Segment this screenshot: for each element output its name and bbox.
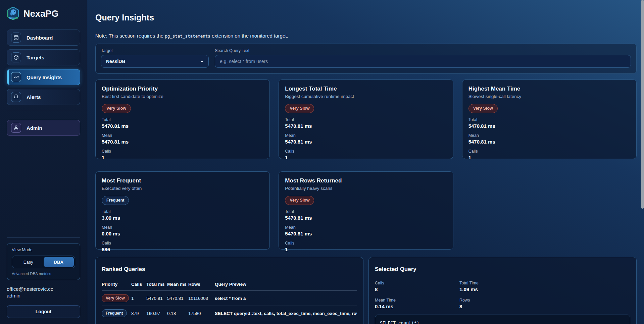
stat-label: Total <box>102 209 263 214</box>
view-mode-toggle: Easy DBA <box>12 256 75 268</box>
sidebar-item-dashboard[interactable]: Dashboard <box>7 30 80 46</box>
trend-chart-icon <box>11 72 21 82</box>
card-most-rows-returned: Most Rows Returned Potentially heavy sca… <box>279 171 453 250</box>
stat-label: Total <box>285 117 447 122</box>
stat-value: 1 <box>285 247 447 252</box>
priority-badge: Frequent <box>102 309 127 317</box>
stat-value: 8 <box>459 304 630 309</box>
stat-value: 5470.81 ms <box>285 123 447 129</box>
page-title: Query Insights <box>95 13 637 22</box>
stat-label: Calls <box>375 281 459 285</box>
bottom-panels: Ranked Queries Priority Calls Total ms M… <box>95 257 637 324</box>
table-row[interactable]: Very Slow 1 5470.81 5470.81 10116003 sel… <box>102 291 357 306</box>
sidebar-item-label: Alerts <box>27 94 41 100</box>
stat-label: Mean <box>102 225 263 230</box>
card-title: Most Frequent <box>102 177 263 184</box>
stat-label: Rows <box>459 298 630 303</box>
table-row[interactable]: Frequent 879 160.97 0.18 17580 SELECT qu… <box>102 306 357 321</box>
card-subtitle: Biggest cumulative runtime impact <box>285 94 447 99</box>
sidebar-item-alerts[interactable]: Alerts <box>7 89 80 105</box>
cell-calls: 1 <box>131 291 146 306</box>
card-title: Highest Mean Time <box>468 86 630 92</box>
stat-value: 5470.81 ms <box>285 215 447 221</box>
database-icon <box>11 33 21 43</box>
user-info: office@nesterovic.cc admin <box>7 286 80 299</box>
target-select-value: NessiDB <box>106 59 126 64</box>
panel-title: Ranked Queries <box>102 266 357 273</box>
note-code: pg_stat_statements <box>165 34 210 39</box>
view-mode-dba-button[interactable]: DBA <box>44 257 74 267</box>
cell-query-preview: SELECT queryid::text, calls, total_exec_… <box>215 306 357 321</box>
column-header: Total ms <box>146 282 167 291</box>
view-mode-caption: Advanced DBA metrics <box>12 272 75 276</box>
stat-value: 5470.81 ms <box>468 123 630 129</box>
stat-value: 3.09 ms <box>102 215 263 221</box>
view-mode-label: View Mode <box>12 248 75 252</box>
stat-label: Mean <box>285 133 447 138</box>
stat-label: Calls <box>102 241 263 246</box>
search-label: Search Query Text <box>215 48 631 53</box>
target-label: Target <box>101 48 209 53</box>
stat-label: Mean <box>468 133 630 138</box>
stat-label: Mean <box>285 225 447 230</box>
note-text: extension on the monitored target. <box>210 33 288 39</box>
column-header: Query Preview <box>215 282 357 291</box>
stat-label: Total <box>102 117 263 122</box>
vertical-scrollbar-thumb[interactable] <box>641 0 644 209</box>
cell-rows: 10116003 <box>188 291 215 306</box>
column-header: Calls <box>131 282 146 291</box>
main-content: Query Insights Note: This section requir… <box>87 0 644 324</box>
search-input[interactable] <box>215 55 631 68</box>
view-mode-easy-button[interactable]: Easy <box>13 257 44 267</box>
stat-label: Calls <box>285 149 447 154</box>
cell-total-ms: 5470.81 <box>146 291 167 306</box>
selected-query-sql: SELECT count(*) <box>375 315 630 324</box>
cell-mean-ms: 0.18 <box>167 306 188 321</box>
cell-query-preview: select * from a <box>215 291 357 306</box>
stat-label: Mean Time <box>375 298 459 303</box>
status-badge: Very Slow <box>285 104 314 113</box>
card-optimization-priority: Optimization Priority Best first candida… <box>95 79 270 159</box>
stat-cell: Calls 8 <box>375 281 459 292</box>
cube-icon <box>11 52 21 62</box>
cell-calls: 879 <box>131 306 146 321</box>
sidebar-item-query-insights[interactable]: Query Insights <box>7 69 80 85</box>
stat-label: Total Time <box>459 281 630 285</box>
stat-label: Total <box>285 209 447 214</box>
stat-cell: Total Time 1.09 ms <box>459 281 630 292</box>
sidebar-item-targets[interactable]: Targets <box>7 49 80 65</box>
stat-cell: Mean Time 0.14 ms <box>375 298 459 309</box>
selected-query-panel: Selected Query Calls 8 Total Time 1.09 m… <box>368 257 637 324</box>
priority-badge: Very Slow <box>102 294 129 302</box>
stat-value: 1 <box>102 155 263 160</box>
svg-text:NexaPG: NexaPG <box>9 17 18 19</box>
stat-value: 5470.81 ms <box>285 139 447 145</box>
status-badge: Frequent <box>102 196 129 205</box>
column-header: Priority <box>102 282 131 291</box>
column-header: Mean ms <box>167 282 188 291</box>
stat-value: 0.14 ms <box>375 304 459 309</box>
sidebar-item-label: Query Insights <box>27 74 62 80</box>
stat-value: 886 <box>102 247 263 252</box>
user-icon <box>11 123 21 133</box>
stat-label: Mean <box>102 133 263 138</box>
sidebar-item-admin[interactable]: Admin <box>7 120 80 136</box>
user-email: office@nesterovic.cc <box>7 286 80 292</box>
ranked-queries-table: Priority Calls Total ms Mean ms Rows Que… <box>102 282 357 321</box>
column-header: Rows <box>188 282 215 291</box>
panel-title: Selected Query <box>375 266 630 273</box>
logout-button[interactable]: Logout <box>7 305 80 318</box>
target-select[interactable]: NessiDB <box>101 55 209 68</box>
card-subtitle: Executed very often <box>102 186 263 191</box>
note-text: Note: This section requires the <box>95 33 165 39</box>
requirements-note: Note: This section requires the pg_stat_… <box>95 33 637 39</box>
selected-query-stats: Calls 8 Total Time 1.09 ms Mean Time 0.1… <box>375 281 630 309</box>
status-badge: Very Slow <box>468 104 498 113</box>
stat-value: 5470.81 ms <box>285 231 447 236</box>
stat-value: 5470.81 ms <box>468 139 630 145</box>
card-title: Most Rows Returned <box>285 177 447 184</box>
sidebar-item-label: Dashboard <box>27 35 53 41</box>
card-title: Longest Total Time <box>285 86 447 92</box>
cell-mean-ms: 5470.81 <box>167 291 188 306</box>
card-longest-total-time: Longest Total Time Biggest cumulative ru… <box>279 79 453 159</box>
